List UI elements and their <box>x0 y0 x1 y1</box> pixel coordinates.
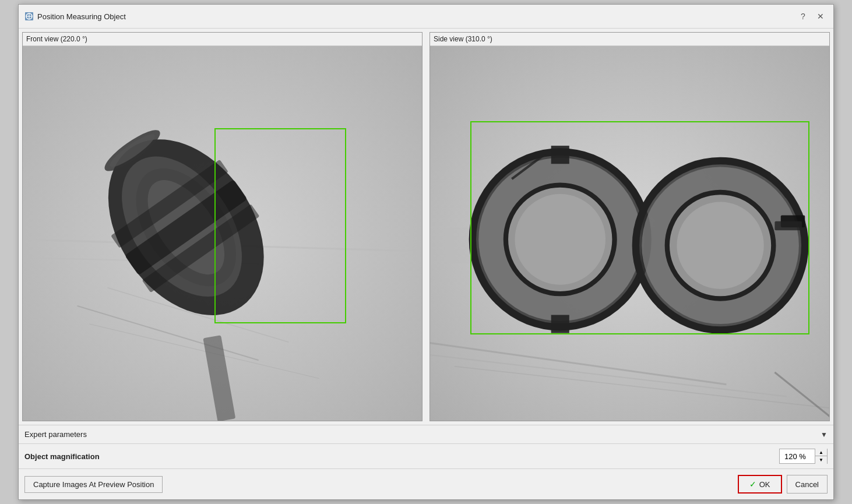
capture-images-button[interactable]: Capture Images At Preview Position <box>24 476 163 493</box>
magnification-value: 120 % <box>780 452 815 461</box>
side-view-panel: Side view (310.0 °) <box>429 32 830 421</box>
cancel-button[interactable]: Cancel <box>787 475 828 494</box>
spinbox-down-button[interactable]: ▼ <box>815 456 827 464</box>
ok-label: OK <box>759 480 770 489</box>
front-view-label: Front view (220.0 °) <box>23 33 422 46</box>
bottom-section: Expert parameters ▼ Object magnification… <box>19 425 833 499</box>
object-magnification-label: Object magnification <box>24 452 100 461</box>
front-view-bounding-box <box>214 128 346 323</box>
expert-params-bar[interactable]: Expert parameters ▼ <box>19 425 833 444</box>
action-bar: Capture Images At Preview Position ✓ OK … <box>19 469 833 499</box>
close-button[interactable]: ✕ <box>814 9 828 23</box>
expert-params-label: Expert parameters <box>24 430 87 439</box>
front-view-image-area <box>23 46 422 421</box>
dialog-action-buttons: ✓ OK Cancel <box>738 475 828 494</box>
ok-button[interactable]: ✓ OK <box>738 475 782 494</box>
side-view-label: Side view (310.0 °) <box>430 33 829 46</box>
magnification-spinbox[interactable]: 120 % ▲ ▼ <box>779 449 828 464</box>
dialog-icon <box>24 12 34 21</box>
object-magnification-row: Object magnification 120 % ▲ ▼ <box>19 444 833 469</box>
title-bar-left: Position Measuring Object <box>24 12 126 21</box>
dialog-title: Position Measuring Object <box>37 12 126 21</box>
views-container: Front view (220.0 °) <box>19 29 833 425</box>
title-bar: Position Measuring Object ? ✕ <box>19 5 833 29</box>
position-measuring-dialog: Position Measuring Object ? ✕ Front view… <box>18 4 834 500</box>
spinbox-arrows: ▲ ▼ <box>815 449 827 464</box>
ok-icon: ✓ <box>749 480 756 489</box>
side-view-image-area <box>430 46 829 421</box>
expert-params-arrow: ▼ <box>821 431 828 439</box>
title-bar-controls: ? ✕ <box>796 9 828 23</box>
spinbox-up-button[interactable]: ▲ <box>815 449 827 456</box>
front-view-panel: Front view (220.0 °) <box>22 32 423 421</box>
help-button[interactable]: ? <box>796 9 810 23</box>
side-view-bounding-box <box>470 121 809 335</box>
